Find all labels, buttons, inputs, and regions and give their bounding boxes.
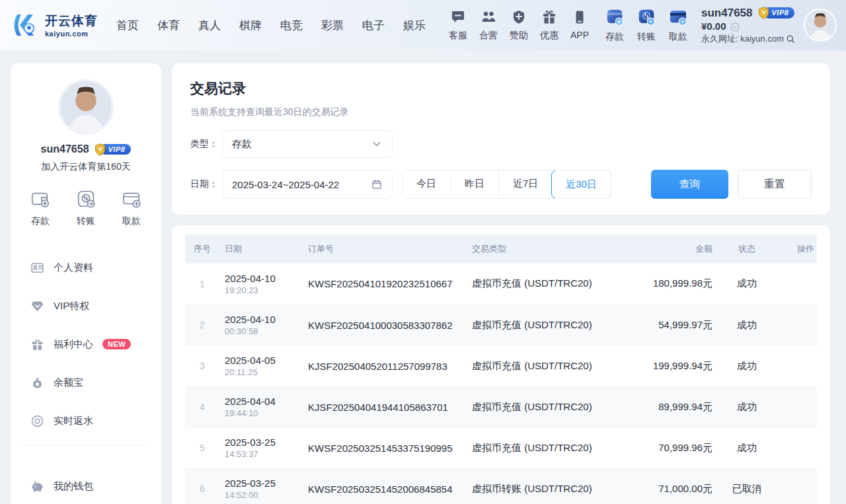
cell-status: 成功 xyxy=(718,427,776,468)
welfare-icon xyxy=(30,338,44,351)
nav-item-体育[interactable]: 体育 xyxy=(157,18,180,33)
cell-date: 2025-04-0419:44:10 xyxy=(219,386,303,427)
cell-date: 2025-04-1000:30:58 xyxy=(219,305,303,345)
shortcut-赞助[interactable]: 赞助 xyxy=(510,9,528,42)
cell-type: 虚拟币充值 (USDT/TRC20) xyxy=(467,264,625,305)
nav-item-彩票[interactable]: 彩票 xyxy=(321,18,344,33)
nav-item-棋牌[interactable]: 棋牌 xyxy=(239,18,262,33)
wallet-shortcut-转账[interactable]: 转账 xyxy=(635,7,658,43)
row-time: 20:11:25 xyxy=(225,367,297,377)
transfer-3d-icon xyxy=(635,7,658,30)
deposit-3d-icon xyxy=(603,7,626,30)
wallet-shortcuts: 存款转账取款 xyxy=(603,7,689,43)
cell-amount: 180,999.98元 xyxy=(625,264,718,305)
wallet-shortcut-取款[interactable]: 取款 xyxy=(667,7,689,43)
new-badge: NEW xyxy=(102,339,131,349)
nav-item-首页[interactable]: 首页 xyxy=(116,18,139,33)
row-time: 14:53:37 xyxy=(225,449,297,459)
sidebar-wallet-menu: 我的钱包交易记录 xyxy=(11,467,161,504)
sidebar-item-福利中心[interactable]: 福利中心NEW xyxy=(11,325,161,363)
sidebar-quick-取款[interactable]: 取款 xyxy=(122,189,141,227)
table-row: 32025-04-0520:11:25KJSF20250405201125709… xyxy=(185,345,817,386)
cell-index: 4 xyxy=(185,386,219,427)
nav-item-真人[interactable]: 真人 xyxy=(198,18,221,33)
transactions-card: 序号日期订单号交易类型金额状态操作 12025-04-1019:20:23KWS… xyxy=(172,225,830,504)
main-nav: 首页体育真人棋牌电竞彩票电子娱乐 xyxy=(116,18,426,33)
rebate-icon xyxy=(30,414,44,428)
column-header-状态: 状态 xyxy=(718,234,776,264)
wallet-shortcut-label: 转账 xyxy=(637,31,656,43)
row-time: 19:44:10 xyxy=(225,408,297,418)
column-header-金额: 金额 xyxy=(625,234,718,264)
row-date: 2025-04-10 xyxy=(225,273,297,284)
piggy-icon xyxy=(30,480,44,493)
wallet-shortcut-存款[interactable]: 存款 xyxy=(603,7,626,43)
shortcut-客服[interactable]: 客服 xyxy=(449,9,467,42)
shortcut-合营[interactable]: 合营 xyxy=(479,9,498,42)
sidebar-item-实时返水[interactable]: 实时返水 xyxy=(11,402,161,440)
shortcut-优惠[interactable]: 优惠 xyxy=(540,9,558,42)
sidebar-quick-存款[interactable]: 存款 xyxy=(30,189,50,227)
cell-status: 成功 xyxy=(718,264,776,305)
row-date: 2025-03-25 xyxy=(225,437,297,448)
cell-index: 1 xyxy=(185,264,219,305)
date-range-value: 2025-03-24~2025-04-22 xyxy=(232,179,371,190)
vip-shield-icon xyxy=(93,143,107,157)
type-select[interactable]: 存款 xyxy=(222,130,393,158)
kaiyun-logo-icon xyxy=(11,11,40,40)
refresh-balance-icon[interactable] xyxy=(730,22,740,32)
avatar[interactable] xyxy=(804,9,837,42)
vip-shield-icon xyxy=(757,6,771,20)
type-label: 类型： xyxy=(190,138,222,150)
joined-days: 加入开云体育第160天 xyxy=(11,161,161,173)
search-button[interactable]: 查询 xyxy=(651,170,728,199)
cell-type: 虚拟币充值 (USDT/TRC20) xyxy=(467,345,625,386)
table-row: 62025-03-2514:52:00KWSF20250325145200684… xyxy=(185,468,817,504)
table-row: 22025-04-1000:30:58KWSF20250410003058330… xyxy=(185,305,817,345)
table-row: 52025-03-2514:53:37KWSF20250325145337519… xyxy=(185,427,817,468)
profile-avatar[interactable] xyxy=(58,79,114,135)
row-date: 2025-03-25 xyxy=(225,478,297,489)
sidebar-item-我的钱包[interactable]: 我的钱包 xyxy=(11,467,161,504)
wallet-shortcut-label: 存款 xyxy=(605,31,624,43)
nav-item-电子[interactable]: 电子 xyxy=(362,18,385,33)
profile-icon xyxy=(30,261,44,275)
range-button-今日[interactable]: 今日 xyxy=(403,170,450,199)
reset-button[interactable]: 重置 xyxy=(738,170,812,199)
cell-order: KJSF202504041944105863701 xyxy=(303,386,467,427)
vip-badge: VIP8 xyxy=(757,7,795,18)
sidebar-item-VIP特权[interactable]: VIP特权 xyxy=(11,287,161,325)
brand-logo[interactable]: 开云体育 kaiyun.com xyxy=(11,11,102,40)
cell-index: 6 xyxy=(185,468,219,504)
sidebar-item-label: 余额宝 xyxy=(54,377,83,389)
cell-amount: 199,999.94元 xyxy=(625,345,718,386)
row-time: 19:20:23 xyxy=(225,285,297,295)
cell-action xyxy=(776,305,817,345)
cell-status: 成功 xyxy=(718,386,776,427)
shortcut-label: 合营 xyxy=(479,30,498,42)
sidebar-item-label: 个人资料 xyxy=(54,262,93,274)
sidebar-item-余额宝[interactable]: 余额宝 xyxy=(11,363,161,402)
calendar-icon xyxy=(371,178,383,190)
cell-order: KJSF202504052011257099783 xyxy=(303,345,467,386)
range-button-近7日[interactable]: 近7日 xyxy=(498,170,552,199)
sidebar: sun47658 VIP8 加入开云体育第160天 存款转账取款 个人资料VIP… xyxy=(11,63,161,504)
row-date: 2025-04-04 xyxy=(225,396,297,407)
date-range-input[interactable]: 2025-03-24~2025-04-22 xyxy=(222,170,393,199)
divider xyxy=(22,445,149,446)
brand-domain: kaiyun.com xyxy=(45,30,98,38)
deposit-outline-icon xyxy=(30,189,50,211)
yuebao-icon xyxy=(30,376,44,390)
sidebar-quick-转账[interactable]: 转账 xyxy=(76,189,96,227)
shortcut-APP[interactable]: APP xyxy=(570,9,589,42)
nav-item-电竞[interactable]: 电竞 xyxy=(280,18,303,33)
sidebar-item-个人资料[interactable]: 个人资料 xyxy=(11,248,161,287)
range-button-近30日[interactable]: 近30日 xyxy=(551,170,611,199)
nav-item-娱乐[interactable]: 娱乐 xyxy=(403,18,426,33)
quick-action-label: 存款 xyxy=(31,215,50,227)
sidebar-username: sun47658 xyxy=(41,143,89,155)
cell-date: 2025-04-0520:11:25 xyxy=(219,345,303,386)
range-button-昨日[interactable]: 昨日 xyxy=(450,170,498,199)
cell-type: 虚拟币充值 (USDT/TRC20) xyxy=(467,427,625,468)
search-icon[interactable] xyxy=(786,34,796,44)
